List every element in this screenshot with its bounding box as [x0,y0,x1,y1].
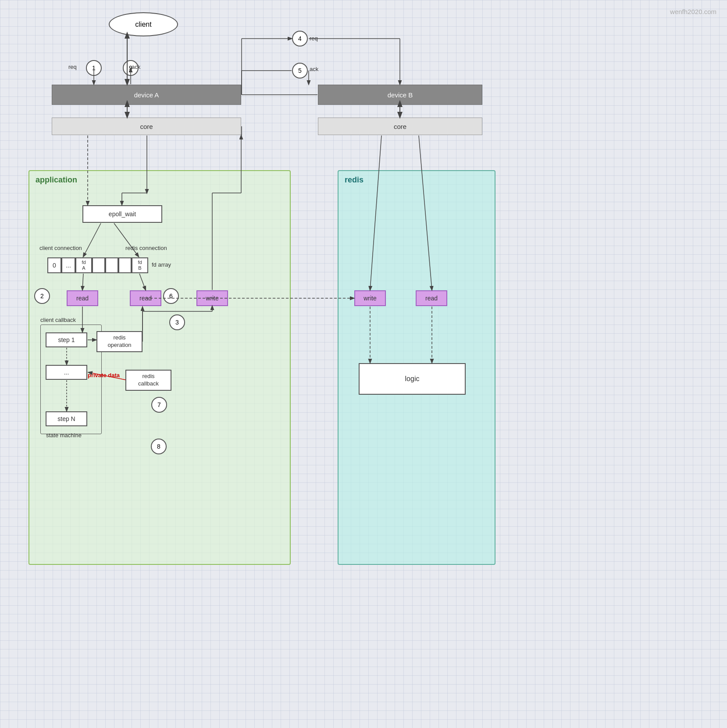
read-redis-box: read [130,290,161,306]
num2-circle: 2 [34,288,50,304]
req-left-label: req [68,64,77,70]
logic-box: logic [359,363,466,395]
core-b-box: core [318,118,482,135]
redis-operation-box: redis operation [96,331,143,352]
redis-connection-label: redis connection [125,245,167,251]
state-machine-label: state machine [46,432,82,439]
ack-right2-label: ack [310,66,318,72]
num8-circle: 8 [151,439,167,454]
fd-0: 0 [47,257,61,273]
device-a-box: device A [52,85,241,105]
num4-circle: 4 [292,31,308,46]
client-ellipse: client [109,12,178,36]
fd-dots1: ... [61,257,75,273]
stepn-box: step N [46,411,87,426]
redis-callback-box: redis callback [125,370,171,391]
watermark: wenfh2020.com [670,8,716,15]
req-right-label: req [310,35,318,42]
write-redis-box: write [354,290,386,306]
read-client-box: read [67,290,98,306]
private-data-label: private data [88,372,120,378]
core-a-box: core [52,118,241,135]
ack-right-label: ack [132,64,140,70]
fd-c1 [92,257,105,273]
redis-label: redis [345,175,364,185]
num3-circle: 3 [169,314,185,330]
fd-b: fd B [132,257,148,273]
num5-circle: 5 [292,63,308,79]
client-callback-label: client callback [40,317,76,323]
step1-box: step 1 [46,332,87,347]
fd-array-label: fd array [152,261,171,268]
num7-circle: 7 [151,397,167,413]
step-dots-box: ... [46,365,87,380]
epoll-wait-box: epoll_wait [82,205,162,223]
fd-a: fd A [75,257,92,273]
write-app-box: write [196,290,228,306]
device-b-box: device B [318,85,482,105]
fd-c2 [105,257,118,273]
application-label: application [36,175,77,185]
fd-c3 [118,257,132,273]
client-connection-label: client connection [39,245,82,251]
num6-circle: 6 [163,288,179,304]
num1-circle: 1 [86,60,102,76]
read-redis2-box: read [416,290,447,306]
